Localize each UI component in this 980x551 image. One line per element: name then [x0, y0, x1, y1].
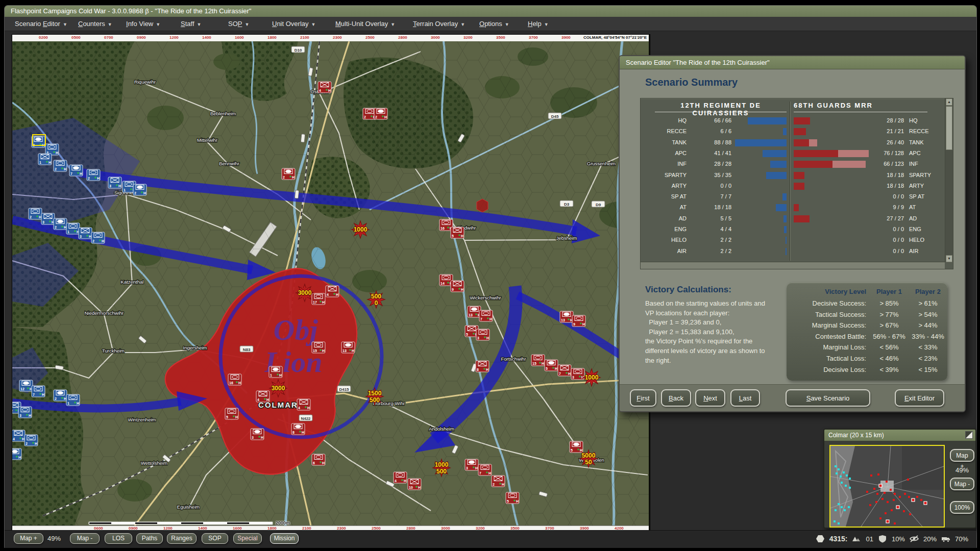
map-area[interactable]: COLMAR, 48°04'54"N 07°21'20"E 0200050007… — [12, 34, 650, 533]
minimap-titlebar[interactable]: Colmar (20 x 15 km) — [824, 430, 975, 441]
toolbar-map--button[interactable]: Map + — [14, 533, 43, 544]
next-button[interactable]: Next — [695, 389, 725, 407]
unit-counter[interactable]: 1H — [38, 154, 52, 165]
unit-counter[interactable]: 3H — [108, 177, 121, 188]
menu-item-unit-overlay[interactable]: Unit Overlay▼ — [272, 17, 315, 31]
menu-item-staff[interactable]: Staff▼ — [181, 17, 201, 31]
first-button[interactable]: First — [630, 389, 656, 407]
toolbar-los-button[interactable]: LOS — [105, 533, 132, 544]
unit-counter[interactable]: 4H — [326, 286, 339, 297]
resize-icon[interactable] — [965, 431, 973, 439]
map[interactable]: ObjLion RiquewihrOstheimBeblenheimMittel… — [12, 41, 649, 525]
unit-counter[interactable]: 2H — [133, 184, 146, 195]
unit-counter[interactable]: 2H — [282, 168, 295, 180]
unit-counter[interactable]: 2H — [374, 108, 387, 119]
minimap-map--button[interactable]: Map + — [950, 449, 974, 462]
unit-counter[interactable]: 5H — [225, 408, 238, 419]
vp-marker[interactable]: 1000 — [583, 369, 600, 386]
minimap-map--button[interactable]: Map - — [950, 478, 974, 490]
vp-marker[interactable]: 3000 — [270, 380, 287, 397]
toolbar-mission-button[interactable]: Mission — [270, 533, 299, 544]
unit-counter[interactable]: 9H — [572, 315, 585, 327]
unit-counter[interactable]: 2H — [54, 390, 67, 401]
vertical-scrollbar[interactable]: ▲ ▼ — [945, 98, 953, 262]
unit-counter[interactable]: 7H — [478, 464, 492, 475]
unit-counter[interactable]: 7H — [558, 365, 571, 376]
save-scenario-button[interactable]: Save Scenario — [786, 389, 870, 407]
unit-counter[interactable]: 4H — [297, 399, 310, 410]
unit-counter[interactable]: 15H — [531, 355, 545, 366]
unit-counter[interactable]: 17H — [312, 293, 325, 305]
unit-counter[interactable]: 13H — [468, 306, 481, 317]
scroll-thumb[interactable] — [946, 106, 952, 150]
vp-marker[interactable]: 1000500 — [433, 459, 450, 477]
last-button[interactable]: Last — [730, 389, 760, 407]
unit-counter[interactable]: 5H — [545, 360, 558, 371]
unit-counter[interactable]: 3H — [41, 213, 55, 224]
unit-counter[interactable]: 2H — [87, 169, 100, 181]
toolbar-sop-button[interactable]: SOP — [202, 533, 228, 544]
vp-marker[interactable]: 3000 — [296, 284, 313, 302]
menu-item-help[interactable]: Help▼ — [528, 17, 549, 31]
unit-counter[interactable]: 8H — [291, 423, 305, 435]
unit-counter[interactable]: 7H — [32, 386, 45, 397]
unit-counter[interactable]: 16H — [228, 374, 241, 385]
scroll-down-button[interactable]: ▼ — [946, 255, 952, 262]
unit-counter[interactable]: 4H — [318, 82, 331, 93]
unit-counter[interactable]: 4H — [256, 391, 270, 402]
unit-counter[interactable]: 10H — [408, 479, 421, 490]
unit-counter[interactable]: 2H — [54, 218, 67, 230]
unit-counter[interactable]: 12H — [19, 380, 33, 391]
vp-marker[interactable]: 5000 — [368, 291, 385, 308]
unit-counter[interactable]: 3H — [79, 228, 92, 239]
unit-counter[interactable]: 7H — [479, 310, 493, 321]
unit-counter[interactable]: 1H — [269, 366, 282, 378]
unit-counter[interactable]: 2H — [54, 160, 67, 171]
scroll-up-button[interactable]: ▲ — [946, 98, 952, 106]
vp-marker[interactable]: 500050 — [580, 450, 597, 467]
menu-item-options[interactable]: Options▼ — [479, 17, 509, 31]
minimap-100--button[interactable]: 100% — [950, 501, 974, 514]
menu-item-sop[interactable]: SOP▼ — [228, 17, 249, 31]
vp-marker[interactable]: 1500500 — [366, 388, 383, 405]
unit-counter[interactable]: 3H — [18, 407, 32, 418]
unit-counter[interactable]: 3H — [571, 368, 584, 380]
toolbar-ranges-button[interactable]: Ranges — [167, 533, 197, 544]
menu-item-info-view[interactable]: Info View▼ — [126, 17, 160, 31]
exit-editor-button[interactable]: Exit Editor — [895, 389, 944, 407]
unit-counter[interactable]: 5H — [451, 227, 464, 238]
unit-counter[interactable]: 4H — [12, 430, 25, 441]
dialog-titlebar[interactable]: Scenario Editor "The Ride of the 12th Cu… — [620, 56, 965, 69]
vp-marker[interactable]: 1000 — [352, 221, 369, 238]
unit-counter[interactable]: 8H — [476, 361, 489, 372]
unit-counter[interactable]: 13H — [341, 342, 355, 353]
unit-counter[interactable]: 6H — [312, 454, 325, 465]
unit-counter[interactable]: 1H — [66, 223, 80, 234]
unit-counter[interactable]: 3H — [465, 459, 478, 470]
unit-counter[interactable]: 2H — [492, 475, 505, 487]
unit-counter[interactable]: 3H — [476, 329, 489, 340]
back-button[interactable]: Back — [661, 389, 691, 407]
unit-counter[interactable]: 15H — [312, 342, 325, 353]
unit-counter[interactable]: 5H — [570, 441, 583, 453]
unit-counter[interactable]: 1H — [66, 394, 80, 406]
unit-counter[interactable]: 2H — [91, 232, 105, 243]
minimap-view[interactable] — [829, 445, 945, 528]
toolbar-special-button[interactable]: Special — [233, 533, 262, 544]
horizontal-scrollbar[interactable] — [641, 262, 945, 269]
unit-counter[interactable]: 7H — [69, 165, 83, 176]
unit-counter[interactable]: 5H — [506, 492, 519, 504]
unit-counter[interactable]: 2H — [24, 435, 38, 446]
unit-counter[interactable]: 3H — [12, 448, 21, 460]
menu-item-terrain-overlay[interactable]: Terrain Overlay▼ — [413, 17, 465, 31]
menu-item-scenario-editor[interactable]: Scenario Editor▼ — [15, 17, 67, 31]
unit-counter[interactable]: 3H — [251, 429, 264, 440]
menu-item-multi-unit-overlay[interactable]: Multi-Unit Overlay▼ — [335, 17, 395, 31]
toolbar-map--button[interactable]: Map - — [70, 533, 100, 544]
menu-item-counters[interactable]: Counters▼ — [78, 17, 112, 31]
unit-counter[interactable]: 9H — [451, 281, 464, 292]
unit-counter[interactable]: 4H — [394, 472, 407, 483]
unit-counter[interactable]: 2H — [29, 208, 42, 219]
unit-counter[interactable]: 13H — [560, 311, 573, 322]
toolbar-paths-button[interactable]: Paths — [136, 533, 163, 544]
